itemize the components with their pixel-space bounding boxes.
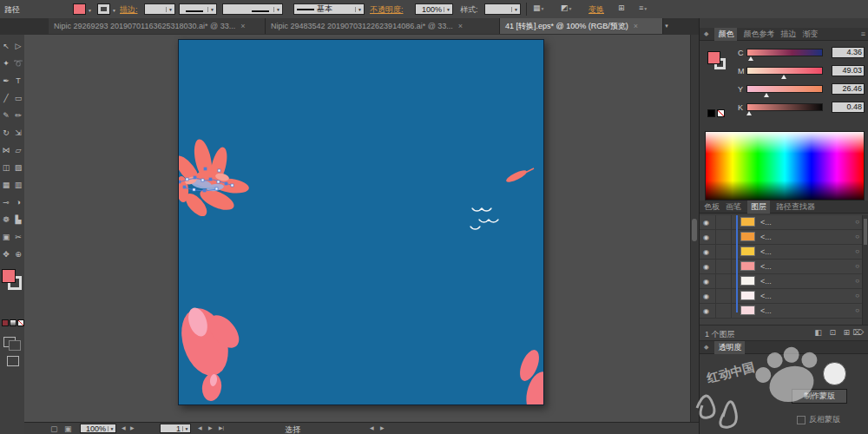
vertical-scrollbar[interactable] [690, 35, 699, 422]
grid-view-icon[interactable]: ▣ [64, 424, 72, 433]
line-segment-tool[interactable]: ╱ [0, 89, 12, 107]
make-mask-button[interactable]: 制作蒙版 [792, 389, 847, 404]
control-menu-icon[interactable]: ≡▼ [639, 3, 648, 12]
tab-transparency[interactable]: 透明度 [714, 341, 745, 354]
selection-tool[interactable]: ↖ [0, 37, 12, 55]
tab-color-guide[interactable]: 颜色参考 [743, 29, 774, 40]
status-left-arrow-icon[interactable]: ◀ [370, 424, 374, 431]
tab-stroke[interactable]: 描边 [780, 29, 796, 40]
channel-value-input[interactable]: 26.46 [832, 83, 865, 95]
tab-pathfinder[interactable]: 路径查找器 [776, 201, 815, 213]
artboard-next-icon[interactable]: ▶ [208, 424, 213, 431]
panel-collapse-icon[interactable]: ◆ [704, 30, 708, 37]
layer-thumbnail[interactable] [740, 261, 755, 271]
layer-row[interactable]: ◉ <... ○ [700, 304, 868, 319]
eyedropper-tool[interactable]: ⊸ [0, 194, 12, 211]
layer-target-icon[interactable]: ○ [855, 233, 859, 240]
layer-name[interactable]: <... [760, 247, 772, 256]
tab-swatches[interactable]: 色板 [704, 201, 720, 213]
layers-scrollbar[interactable] [862, 215, 868, 325]
document-tab-2[interactable]: Nipic 29483542 20190703122623914086.ai* … [266, 18, 500, 34]
zoom-prev-icon[interactable]: ◀ [122, 424, 126, 431]
layer-thumbnail[interactable] [740, 276, 755, 286]
color-spectrum[interactable] [705, 131, 865, 201]
zoom-tool[interactable]: ⊕ [12, 246, 24, 263]
layers-scrollbar-thumb[interactable] [864, 219, 867, 245]
layer-target-icon[interactable]: ○ [855, 247, 859, 255]
tab-layers[interactable]: 图层 [747, 201, 770, 214]
visibility-eye-icon[interactable]: ◉ [703, 278, 709, 286]
tab-overflow-icon[interactable]: ▼ [664, 23, 669, 29]
invert-mask-checkbox[interactable] [797, 416, 806, 424]
fill-color-swatch[interactable] [73, 3, 86, 15]
tab-close-icon[interactable]: × [458, 22, 463, 30]
align-options-icon[interactable]: ◩▼ [561, 3, 572, 12]
layer-target-icon[interactable]: ○ [855, 277, 859, 285]
opacity-arrow-icon[interactable]: ▼ [444, 7, 452, 12]
stroke-weight-arrow-icon[interactable]: ▼ [166, 7, 174, 12]
channel-value-input[interactable]: 0.48 [832, 102, 865, 113]
width-tool[interactable]: ⋈ [0, 141, 12, 159]
tab-close-icon[interactable]: × [634, 22, 638, 30]
stroke-color-swatch[interactable] [97, 3, 110, 15]
artboard-prev-icon[interactable]: ◀ [198, 424, 202, 431]
style-arrow-icon[interactable]: ▼ [511, 7, 520, 12]
visibility-eye-icon[interactable]: ◉ [703, 248, 709, 256]
align-panel-icon[interactable]: ⊞ [618, 3, 625, 12]
color-mode-button[interactable] [2, 319, 9, 326]
stroke-weight-dropdown[interactable]: ▼ [144, 3, 175, 15]
opacity-dropdown[interactable]: 100% ▼ [415, 3, 453, 15]
none-swatch[interactable] [717, 109, 725, 117]
style-dropdown[interactable]: ▼ [484, 3, 521, 15]
layer-thumbnail[interactable] [740, 217, 755, 227]
document-tab-3-active[interactable]: 41 [转换].eps* @ 100% (RGB/预览) × [500, 18, 663, 34]
status-right-arrow-icon[interactable]: ▶ [380, 424, 385, 431]
new-sublayer-icon[interactable]: ⊡ [829, 328, 836, 337]
channel-slider[interactable] [746, 49, 823, 56]
artboard-nav-dropdown[interactable]: 1 ▼ [160, 424, 191, 433]
layer-thumbnail[interactable] [740, 232, 755, 241]
layer-thumbnail[interactable] [740, 247, 755, 256]
brush-arrow-icon[interactable]: ▼ [355, 7, 364, 12]
fill-dropdown-icon[interactable]: ▼ [88, 8, 92, 13]
gradient-tool[interactable]: ▥ [12, 176, 24, 194]
type-tool[interactable]: T [12, 72, 24, 89]
channel-slider-marker[interactable] [781, 75, 786, 79]
gradient-mode-button[interactable] [10, 319, 16, 326]
rectangle-tool[interactable]: ▭ [12, 89, 24, 107]
layer-name[interactable]: <... [760, 218, 772, 227]
shape-builder-tool[interactable]: ◫ [0, 159, 12, 176]
magic-wand-tool[interactable]: ✦ [0, 55, 12, 72]
rotate-tool[interactable]: ↻ [0, 124, 12, 141]
artboard-arrow-icon[interactable]: ▼ [182, 426, 190, 431]
free-transform-tool[interactable]: ▱ [12, 141, 24, 159]
channel-slider[interactable] [746, 85, 823, 93]
zoom-dropdown[interactable]: 100% ▼ [80, 424, 116, 433]
channel-value-input[interactable]: 4.36 [832, 47, 865, 58]
zoom-next-icon[interactable]: ▶ [130, 424, 135, 431]
variable-width-arrow-icon[interactable]: ▼ [273, 7, 282, 12]
layer-target-icon[interactable]: ○ [855, 262, 859, 270]
layer-name[interactable]: <... [760, 277, 772, 286]
artboard-last-icon[interactable]: ▶| [219, 424, 224, 431]
scale-tool[interactable]: ⇲ [12, 124, 24, 141]
visibility-eye-icon[interactable]: ◉ [703, 233, 709, 241]
channel-slider[interactable] [746, 103, 823, 111]
layer-name[interactable]: <... [760, 233, 772, 241]
artboard-number[interactable]: 1 [161, 424, 182, 433]
toolbar-fill-swatch[interactable] [2, 269, 16, 283]
stroke-panel-link[interactable]: 描边: [120, 4, 138, 16]
draw-behind-icon[interactable] [9, 340, 21, 351]
slice-tool[interactable]: ✂ [12, 228, 24, 246]
stroke-profile-dropdown[interactable]: ▼ [179, 3, 217, 15]
visibility-eye-icon[interactable]: ◉ [703, 307, 709, 315]
zoom-value[interactable]: 100% [81, 424, 108, 433]
new-layer-icon[interactable]: ⊞ [843, 328, 850, 337]
column-graph-tool[interactable]: ▙ [12, 211, 24, 228]
zoom-arrow-icon[interactable]: ▼ [108, 426, 115, 431]
opacity-value[interactable]: 100% [416, 5, 444, 14]
layer-row[interactable]: ◉ <... ○ [700, 274, 868, 289]
tab-close-icon[interactable]: × [240, 22, 245, 30]
visibility-eye-icon[interactable]: ◉ [703, 293, 709, 300]
mesh-tool[interactable]: ▦ [0, 176, 12, 194]
